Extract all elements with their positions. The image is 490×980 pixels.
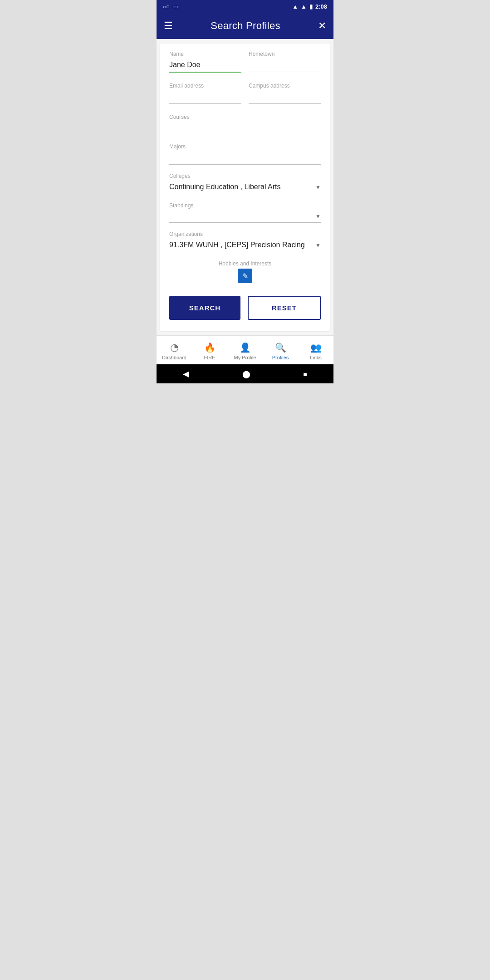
nav-label-fire: FIRE	[204, 355, 215, 360]
organizations-chevron-icon	[315, 241, 321, 249]
nav-item-links[interactable]: Links	[302, 341, 329, 360]
email-label: Email address	[169, 83, 241, 89]
hometown-input[interactable]	[249, 59, 321, 72]
main-content: Name Hometown Email address Campus addre…	[157, 39, 333, 335]
nav-item-dashboard[interactable]: Dashboard	[161, 341, 188, 360]
status-left: ○ ▭	[163, 3, 178, 10]
colleges-label: Colleges	[169, 173, 321, 179]
button-row: SEARCH RESET	[169, 296, 321, 320]
name-input[interactable]	[169, 59, 241, 73]
hobbies-field: Hobbies and Interests ✎	[169, 260, 321, 283]
reset-button[interactable]: RESET	[248, 296, 321, 320]
majors-input[interactable]	[169, 152, 321, 165]
top-bar: Search Profiles	[157, 13, 333, 39]
nav-item-myprofile[interactable]: My Profile	[231, 341, 259, 360]
search-nav-icon	[275, 341, 286, 353]
email-campus-row: Email address Campus address	[169, 83, 321, 112]
name-hometown-row: Name Hometown	[169, 51, 321, 81]
links-icon	[310, 341, 322, 353]
colleges-chevron-icon	[315, 183, 321, 191]
courses-input[interactable]	[169, 122, 321, 135]
hobbies-label: Hobbies and Interests	[219, 260, 272, 267]
standings-dropdown[interactable]	[169, 211, 321, 223]
nav-label-links: Links	[310, 355, 322, 360]
search-form: Name Hometown Email address Campus addre…	[160, 44, 330, 331]
majors-field: Majors	[169, 143, 321, 165]
nav-label-myprofile: My Profile	[234, 355, 256, 360]
hometown-label: Hometown	[249, 51, 321, 57]
courses-label: Courses	[169, 114, 321, 120]
person-icon	[240, 341, 251, 353]
hobbies-edit-icon[interactable]: ✎	[238, 269, 252, 283]
hometown-field: Hometown	[249, 51, 321, 73]
colleges-dropdown[interactable]: Continuing Education , Liberal Arts	[169, 181, 321, 194]
majors-label: Majors	[169, 143, 321, 150]
campus-label: Campus address	[249, 83, 321, 89]
standings-chevron-icon	[315, 212, 321, 220]
campus-field: Campus address	[249, 83, 321, 104]
status-right: ▲ ▲ ▮ 2:08	[292, 3, 327, 10]
campus-input[interactable]	[249, 91, 321, 104]
organizations-field: Organizations 91.3FM WUNH , [CEPS] Preci…	[169, 231, 321, 252]
clock-icon: ○	[163, 3, 170, 10]
home-button[interactable]	[242, 369, 250, 379]
organizations-label: Organizations	[169, 231, 321, 237]
bottom-nav: Dashboard FIRE My Profile Profiles Links	[157, 335, 333, 364]
dashboard-icon	[170, 341, 179, 353]
nav-label-profiles: Profiles	[272, 355, 289, 360]
sim-icon: ▭	[172, 3, 178, 10]
organizations-dropdown[interactable]: 91.3FM WUNH , [CEPS] Precision Racing	[169, 239, 321, 252]
colleges-value: Continuing Education , Liberal Arts	[169, 183, 315, 191]
battery-icon: ▮	[309, 3, 313, 10]
email-input[interactable]	[169, 91, 241, 104]
back-button[interactable]	[183, 369, 189, 379]
colleges-field: Colleges Continuing Education , Liberal …	[169, 173, 321, 194]
nav-item-fire[interactable]: FIRE	[196, 341, 223, 360]
email-field: Email address	[169, 83, 241, 104]
courses-field: Courses	[169, 114, 321, 135]
standings-field: Standings	[169, 202, 321, 223]
name-label: Name	[169, 51, 241, 57]
name-field: Name	[169, 51, 241, 73]
page-title: Search Profiles	[211, 20, 280, 32]
organizations-value: 91.3FM WUNH , [CEPS] Precision Racing	[169, 241, 315, 249]
wifi-icon: ▲	[292, 3, 298, 10]
android-nav-bar	[157, 364, 333, 383]
search-button[interactable]: SEARCH	[169, 296, 240, 320]
recents-button[interactable]	[303, 369, 307, 379]
close-icon[interactable]	[318, 20, 326, 32]
status-bar: ○ ▭ ▲ ▲ ▮ 2:08	[157, 0, 333, 13]
standings-label: Standings	[169, 202, 321, 209]
time-display: 2:08	[315, 3, 327, 10]
nav-item-profiles[interactable]: Profiles	[267, 341, 294, 360]
menu-icon[interactable]	[164, 20, 173, 32]
nav-label-dashboard: Dashboard	[162, 355, 186, 360]
signal-icon: ▲	[301, 3, 307, 10]
fire-icon	[204, 341, 216, 353]
